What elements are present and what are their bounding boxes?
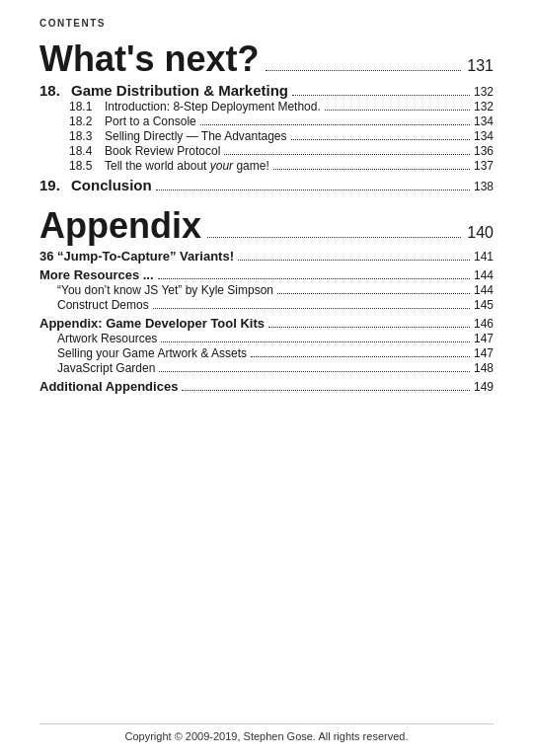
dots-js-garden xyxy=(159,371,470,372)
dots-more xyxy=(158,278,470,279)
dots-18-2 xyxy=(200,124,470,125)
appendix-heading: Appendix 140 xyxy=(39,205,494,247)
sub-js-garden-title: JavaScript Garden xyxy=(57,361,155,375)
sub-construct-title: Construct Demos xyxy=(57,298,149,312)
section-19-number: 19. xyxy=(39,177,71,193)
dots-18-4 xyxy=(224,154,470,155)
appendix-toolkits: Appendix: Game Developer Tool Kits 146 A… xyxy=(39,316,494,375)
sub-18-3-num: 18.3 xyxy=(69,129,105,143)
sub-18-4: 18.4 Book Review Protocol 136 xyxy=(39,144,494,158)
page-wrapper: CONTENTS What's next? 131 18. Game Distr… xyxy=(0,0,533,756)
appendix-additional-page: 149 xyxy=(474,380,494,394)
dots-additional xyxy=(182,390,470,391)
sub-js-yet-page: 144 xyxy=(474,283,494,297)
sub-18-1-page: 132 xyxy=(474,100,494,113)
dots-appendix xyxy=(207,237,461,238)
sub-selling-artwork: Selling your Game Artwork & Assets 147 xyxy=(39,346,494,360)
sub-js-yet: “You don’t know JS Yet” by Kyle Simpson … xyxy=(39,283,494,297)
appendix-jump-title: 36 “Jump-To-Capture” Variants! xyxy=(39,249,234,264)
dots-line-1 xyxy=(266,70,462,71)
section-18-title: Game Distribution & Marketing xyxy=(71,82,288,99)
dots-js-yet xyxy=(277,293,470,294)
sub-18-2-num: 18.2 xyxy=(69,114,105,128)
dots-toolkits xyxy=(268,327,470,328)
sub-artwork-page: 147 xyxy=(474,332,494,345)
main-heading-page: 131 xyxy=(467,57,494,75)
sub-18-4-num: 18.4 xyxy=(69,144,105,158)
dots-19 xyxy=(156,189,470,190)
sub-selling-artwork-page: 147 xyxy=(474,346,494,360)
contents-label: CONTENTS xyxy=(39,18,494,29)
main-heading-text: What's next? xyxy=(39,38,260,80)
sub-js-garden: JavaScript Garden 148 xyxy=(39,361,494,375)
section-19: 19. Conclusion 138 xyxy=(39,177,494,193)
sub-18-1-title: Introduction: 8-Step Deployment Method. xyxy=(105,100,321,113)
appendix-jump-row: 36 “Jump-To-Capture” Variants! 141 xyxy=(39,249,494,264)
footer: Copyright © 2009-2019, Stephen Gose. All… xyxy=(39,723,494,742)
section-18-number: 18. xyxy=(39,82,71,99)
main-heading: What's next? 131 xyxy=(39,38,494,80)
sub-construct-page: 145 xyxy=(474,298,494,312)
section-18: 18. Game Distribution & Marketing 132 18… xyxy=(39,82,494,173)
footer-text: Copyright © 2009-2019, Stephen Gose. All… xyxy=(125,730,409,742)
sub-18-5: 18.5 Tell the world about your game! 137 xyxy=(39,159,494,173)
sub-18-3: 18.3 Selling Directly — The Advantages 1… xyxy=(39,129,494,143)
dots-18-3 xyxy=(291,139,470,140)
sub-18-2-page: 134 xyxy=(474,114,494,128)
sub-artwork: Artwork Resources 147 xyxy=(39,332,494,345)
dots-jump xyxy=(238,260,470,261)
appendix-jump-page: 141 xyxy=(474,250,494,264)
sub-18-5-page: 137 xyxy=(474,159,494,173)
sub-18-5-title: Tell the world about your game! xyxy=(105,159,269,173)
section-18-row: 18. Game Distribution & Marketing 132 xyxy=(39,82,494,99)
sub-18-1: 18.1 Introduction: 8-Step Deployment Met… xyxy=(39,100,494,113)
dots-construct xyxy=(153,308,470,309)
sub-18-2: 18.2 Port to a Console 134 xyxy=(39,114,494,128)
section-19-title: Conclusion xyxy=(71,177,152,193)
dots-18-5 xyxy=(273,169,470,170)
appendix-more-row: More Resources ... 144 xyxy=(39,267,494,282)
sub-18-3-title: Selling Directly — The Advantages xyxy=(105,129,287,143)
appendix-additional-row: Additional Appendices 149 xyxy=(39,379,494,394)
appendix-toolkits-title: Appendix: Game Developer Tool Kits xyxy=(39,316,265,331)
sub-18-1-num: 18.1 xyxy=(69,100,105,113)
dots-18 xyxy=(292,95,470,96)
appendix-more-page: 144 xyxy=(474,268,494,282)
appendix-jump: 36 “Jump-To-Capture” Variants! 141 xyxy=(39,249,494,264)
dots-artwork xyxy=(161,341,470,342)
sub-18-2-title: Port to a Console xyxy=(105,114,196,128)
appendix-toolkits-page: 146 xyxy=(474,317,494,331)
section-18-page: 132 xyxy=(474,85,494,99)
appendix-additional-title: Additional Appendices xyxy=(39,379,178,394)
sub-selling-artwork-title: Selling your Game Artwork & Assets xyxy=(57,346,247,360)
appendix-additional: Additional Appendices 149 xyxy=(39,379,494,394)
sub-18-4-page: 136 xyxy=(474,144,494,158)
sub-construct: Construct Demos 145 xyxy=(39,298,494,312)
sub-js-garden-page: 148 xyxy=(474,361,494,375)
sub-artwork-title: Artwork Resources xyxy=(57,332,157,345)
appendix-more-title: More Resources ... xyxy=(39,267,154,282)
dots-18-1 xyxy=(325,110,470,111)
section-19-row: 19. Conclusion 138 xyxy=(39,177,494,193)
appendix-more-resources: More Resources ... 144 “You don’t know J… xyxy=(39,267,494,312)
sub-18-4-title: Book Review Protocol xyxy=(105,144,220,158)
sub-18-3-page: 134 xyxy=(474,129,494,143)
sub-js-yet-title: “You don’t know JS Yet” by Kyle Simpson xyxy=(57,283,273,297)
sub-18-5-num: 18.5 xyxy=(69,159,105,173)
appendix-toolkits-row: Appendix: Game Developer Tool Kits 146 xyxy=(39,316,494,331)
appendix-heading-text: Appendix xyxy=(39,205,201,247)
appendix-heading-page: 140 xyxy=(467,224,494,242)
dots-selling-artwork xyxy=(251,356,470,357)
section-19-page: 138 xyxy=(474,180,494,193)
